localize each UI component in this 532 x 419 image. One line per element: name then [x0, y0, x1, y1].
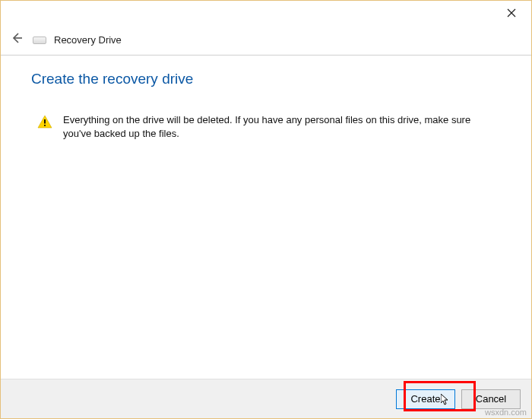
- watermark-label: wsxdn.com: [485, 408, 527, 417]
- page-title: Create the recovery drive: [31, 71, 501, 87]
- warning-block: Everything on the drive will be deleted.…: [31, 113, 501, 140]
- create-button[interactable]: Create: [396, 389, 455, 409]
- back-button[interactable]: [8, 32, 25, 49]
- close-button[interactable]: [495, 2, 528, 24]
- warning-icon: [37, 115, 52, 132]
- cancel-button-label: Cancel: [476, 393, 506, 405]
- wizard-header: Recovery Drive: [1, 25, 531, 56]
- create-button-label: Create: [410, 393, 440, 405]
- drive-icon: [33, 37, 46, 44]
- back-arrow-icon: [10, 31, 24, 49]
- warning-text: Everything on the drive will be deleted.…: [63, 113, 478, 140]
- button-bar: Create Cancel: [1, 379, 531, 418]
- close-icon: [507, 7, 516, 20]
- wizard-content: Create the recovery drive Everything on …: [1, 56, 531, 379]
- app-title: Recovery Drive: [54, 34, 122, 46]
- wizard-window: Recovery Drive Create the recovery drive…: [0, 0, 532, 419]
- titlebar: [1, 1, 531, 25]
- cancel-button[interactable]: Cancel: [461, 389, 521, 409]
- svg-rect-5: [44, 125, 46, 126]
- svg-rect-4: [44, 119, 46, 124]
- cursor-icon: [441, 394, 450, 409]
